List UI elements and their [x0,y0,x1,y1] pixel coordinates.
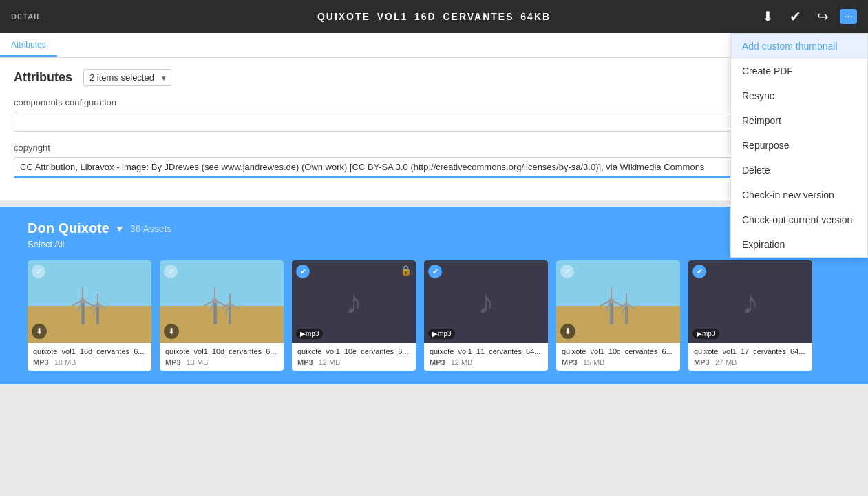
svg-rect-0 [81,300,85,324]
menu-item-delete[interactable]: Delete [731,158,867,183]
collection-name: Don Quixote [28,220,109,236]
asset-download-icon[interactable]: ⬇ [32,324,47,339]
asset-size: 15 MB [583,358,605,366]
more-menu-button[interactable]: ··· [840,9,857,24]
asset-thumbnail: ♪ ✔ ▶mp3 [688,260,812,343]
field-copyright: copyright [14,143,854,178]
field-input-components[interactable] [14,112,854,132]
header: DETAIL QUIXOTE_VOL1_16D_CERVANTES_64KB ⬇… [0,0,868,33]
asset-name: quixote_vol1_17_cervantes_64... [694,347,807,355]
asset-meta: MP3 13 MB [165,358,278,366]
header-actions: ⬇ ✔ ↪ ··· [757,6,857,28]
items-dropdown[interactable]: 2 items selected [83,69,171,86]
dropdown-menu: Add custom thumbnail Create PDF Resync R… [730,33,868,258]
asset-size: 12 MB [451,358,473,366]
asset-size: 13 MB [187,358,209,366]
asset-meta: MP3 12 MB [297,358,410,366]
share-icon[interactable]: ↪ [812,6,834,28]
asset-check-icon[interactable]: ✓ [164,265,178,278]
asset-info: quixote_vol1_10d_cervantes_6... MP3 13 M… [160,343,284,371]
asset-meta: MP3 12 MB [430,358,542,366]
attributes-header: Attributes 2 items selected ▼ [14,69,854,86]
collection-count: 36 Assets [130,223,172,234]
asset-name: quixote_vol1_10e_cervantes_6... [297,347,410,355]
select-all-button[interactable]: Select All [28,239,840,249]
field-label-copyright: copyright [14,143,854,153]
asset-card[interactable]: ♪ ✔ ▶mp3 quixote_vol1_11_cervantes_64...… [424,260,548,371]
menu-item-repurpose[interactable]: Repurpose [731,133,867,158]
asset-name: quixote_vol1_10d_cervantes_6... [165,347,278,355]
asset-info: quixote_vol1_16d_cervantes_6... MP3 18 M… [28,343,151,371]
mp3-badge: ▶mp3 [428,329,455,339]
menu-item-expiration[interactable]: Expiration [731,232,867,257]
asset-meta: MP3 18 MB [33,358,146,366]
menu-item-checkout[interactable]: Check-out current version [731,207,867,232]
collection-arrow-icon[interactable]: ▼ [115,223,125,234]
asset-check-icon[interactable]: ✔ [428,265,442,278]
asset-info: quixote_vol1_11_cervantes_64... MP3 12 M… [424,343,548,371]
asset-type: MP3 [33,358,49,366]
asset-name: quixote_vol1_10c_cervantes_6... [562,347,675,355]
menu-item-add-thumbnail[interactable]: Add custom thumbnail [731,34,867,59]
check-icon[interactable]: ✔ [785,6,807,28]
mp3-badge: ▶mp3 [692,329,719,339]
field-input-copyright[interactable] [14,157,854,178]
asset-check-icon[interactable]: ✓ [32,265,45,278]
field-label-components: components configuration [14,97,854,107]
asset-size: 12 MB [319,358,341,366]
menu-item-create-pdf[interactable]: Create PDF [731,59,867,83]
menu-item-checkin[interactable]: Check-in new version [731,183,867,207]
asset-check-icon[interactable]: ✔ [296,265,310,278]
asset-card[interactable]: ♪ ✔ ▶mp3 quixote_vol1_17_cervantes_64...… [688,260,812,371]
svg-rect-12 [213,300,217,324]
menu-item-resync[interactable]: Resync [731,83,867,108]
asset-type: MP3 [694,358,710,366]
asset-grid: ✓ ⬇ quixote_vol1_16d_cervantes_6... MP3 … [28,260,840,371]
asset-download-icon[interactable]: ⬇ [164,324,179,339]
tab-attributes[interactable]: Attributes [0,34,57,57]
asset-card[interactable]: ♪ ✔ 🔒 ▶mp3 quixote_vol1_10e_cervantes_6.… [292,260,416,371]
asset-name: quixote_vol1_16d_cervantes_6... [33,347,146,355]
asset-type: MP3 [562,358,578,366]
asset-thumbnail: ✓ ⬇ [556,260,680,343]
page-title: QUIXOTE_VOL1_16D_CERVANTES_64KB [317,11,551,22]
asset-type: MP3 [430,358,445,366]
asset-download-icon[interactable]: ⬇ [560,324,575,339]
asset-meta: MP3 27 MB [694,358,807,366]
asset-card[interactable]: ✓ ⬇ quixote_vol1_16d_cervantes_6... MP3 … [28,260,151,371]
asset-info: quixote_vol1_17_cervantes_64... MP3 27 M… [688,343,812,371]
download-icon[interactable]: ⬇ [757,6,779,28]
asset-thumbnail: ♪ ✔ 🔒 ▶mp3 [292,260,416,343]
asset-name: quixote_vol1_11_cervantes_64... [430,347,542,355]
asset-thumbnail: ♪ ✔ ▶mp3 [424,260,548,343]
asset-card[interactable]: ✓ ⬇ quixote_vol1_10d_cervantes_6... MP3 … [160,260,284,371]
asset-info: quixote_vol1_10e_cervantes_6... MP3 12 M… [292,343,416,371]
asset-check-icon[interactable]: ✓ [560,265,574,278]
collection-header: Don Quixote ▼ 36 Assets [28,220,840,236]
asset-check-icon[interactable]: ✔ [692,265,706,278]
asset-size: 27 MB [715,358,737,366]
field-components-config: components configuration [14,97,854,132]
items-dropdown-wrapper: 2 items selected ▼ [83,69,171,86]
asset-meta: MP3 15 MB [562,358,675,366]
attributes-title: Attributes [14,70,72,85]
asset-thumbnail: ✓ ⬇ [160,260,284,343]
svg-rect-24 [610,300,613,324]
lock-icon: 🔒 [400,265,412,276]
asset-card[interactable]: ✓ ⬇ quixote_vol1_10c_cervantes_6... MP3 … [556,260,680,371]
asset-type: MP3 [297,358,313,366]
section-label: DETAIL [11,12,42,21]
asset-type: MP3 [165,358,181,366]
menu-item-reimport[interactable]: Reimport [731,108,867,133]
asset-thumbnail: ✓ ⬇ [28,260,151,343]
mp3-badge: ▶mp3 [296,329,323,339]
asset-info: quixote_vol1_10c_cervantes_6... MP3 15 M… [556,343,680,371]
asset-size: 18 MB [54,358,76,366]
